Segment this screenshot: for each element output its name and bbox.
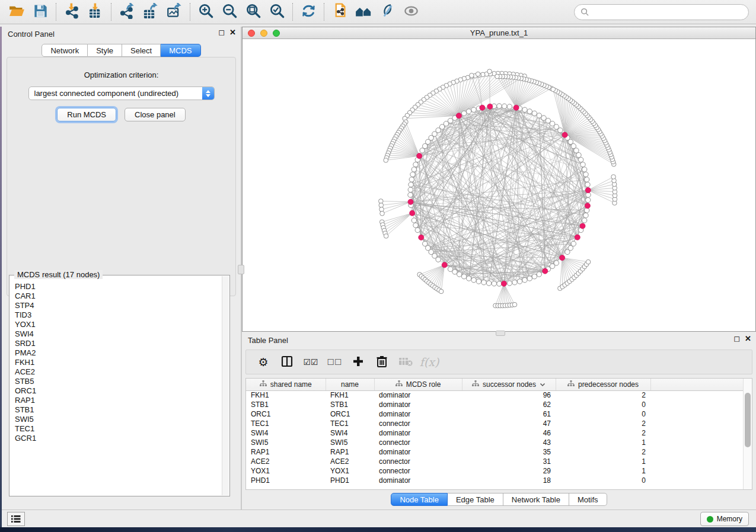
- tab-network-table[interactable]: Network Table: [503, 493, 569, 506]
- table-scrollbar-thumb[interactable]: [745, 393, 751, 447]
- table-scrollbar[interactable]: [743, 379, 752, 489]
- cell-shared-name[interactable]: ORC1: [246, 409, 326, 419]
- tab-edge-table[interactable]: Edge Table: [448, 493, 503, 506]
- cell-shared-name[interactable]: PHD1: [246, 476, 326, 485]
- cell-predecessor-nodes[interactable]: 2: [556, 428, 650, 438]
- cell-name[interactable]: FKH1: [326, 390, 374, 400]
- cell-shared-name[interactable]: ACE2: [246, 457, 326, 466]
- cell-shared-name[interactable]: RAP1: [246, 447, 326, 457]
- export-table-button[interactable]: [139, 2, 162, 22]
- mcds-list-scrollbar[interactable]: [222, 276, 229, 495]
- mcds-result-item[interactable]: STP4: [15, 301, 222, 310]
- cell-name[interactable]: STB1: [326, 400, 374, 409]
- mcds-result-item[interactable]: FKH1: [15, 358, 222, 367]
- export-network-button[interactable]: [115, 2, 139, 22]
- cell-successor-nodes[interactable]: 35: [462, 447, 556, 457]
- cell-mcds-role[interactable]: dominator: [374, 400, 462, 409]
- cell-shared-name[interactable]: SWI4: [246, 428, 326, 438]
- zoom-out-button[interactable]: [218, 2, 241, 22]
- cell-predecessor-nodes[interactable]: 2: [556, 390, 650, 400]
- cell-name[interactable]: ACE2: [326, 457, 374, 466]
- cell-mcds-role[interactable]: connector: [374, 419, 462, 428]
- table-row[interactable]: SWI5SWI5connector431: [246, 438, 743, 447]
- mcds-result-item[interactable]: RAP1: [15, 396, 222, 405]
- mcds-result-item[interactable]: STB1: [15, 405, 222, 415]
- mcds-result-item[interactable]: TEC1: [15, 424, 222, 434]
- cell-successor-nodes[interactable]: 46: [462, 428, 556, 438]
- cell-shared-name[interactable]: SWI5: [246, 438, 326, 447]
- save-session-button[interactable]: [28, 2, 52, 22]
- vertical-splitter-handle[interactable]: [238, 265, 244, 274]
- column-header-shared-name[interactable]: shared name: [246, 379, 326, 390]
- cell-mcds-role[interactable]: dominator: [374, 409, 462, 419]
- mcds-result-item[interactable]: TID3: [15, 310, 222, 320]
- export-image-button[interactable]: [162, 2, 186, 22]
- zoom-selected-button[interactable]: [265, 2, 289, 22]
- mcds-result-item[interactable]: SRD1: [15, 339, 222, 348]
- tab-select[interactable]: Select: [122, 44, 161, 57]
- table-row[interactable]: YOX1YOX1connector291: [246, 466, 743, 476]
- cell-name[interactable]: ORC1: [326, 409, 374, 419]
- float-table-panel-icon[interactable]: ◻: [733, 335, 740, 342]
- cell-predecessor-nodes[interactable]: 0: [556, 409, 650, 419]
- tab-mcds[interactable]: MCDS: [161, 44, 200, 57]
- run-mcds-button[interactable]: Run MCDS: [57, 108, 116, 121]
- cell-name[interactable]: SWI4: [326, 428, 374, 438]
- cell-mcds-role[interactable]: connector: [374, 438, 462, 447]
- delete-columns-button[interactable]: [373, 353, 391, 371]
- cell-shared-name[interactable]: STB1: [246, 400, 326, 409]
- import-table-button[interactable]: [84, 2, 107, 22]
- cell-mcds-role[interactable]: dominator: [374, 476, 462, 485]
- toggle-graphics-details-button[interactable]: [375, 2, 399, 22]
- cell-successor-nodes[interactable]: 18: [462, 476, 556, 485]
- unselect-all-checkboxes-button[interactable]: ☐☐: [326, 353, 343, 371]
- cell-shared-name[interactable]: TEC1: [246, 419, 326, 428]
- cell-predecessor-nodes[interactable]: 1: [556, 466, 650, 476]
- network-canvas[interactable]: [243, 39, 755, 331]
- show-columns-button[interactable]: [278, 353, 296, 371]
- column-header-name[interactable]: name: [326, 379, 374, 390]
- cell-successor-nodes[interactable]: 61: [462, 409, 556, 419]
- memory-button[interactable]: Memory: [700, 512, 749, 526]
- search-box[interactable]: [574, 4, 749, 20]
- mcds-result-item[interactable]: YOX1: [15, 320, 222, 329]
- cell-mcds-role[interactable]: dominator: [374, 390, 462, 400]
- zoom-fit-button[interactable]: [241, 2, 265, 22]
- network-window-titlebar[interactable]: YPA_prune.txt_1: [243, 27, 755, 39]
- mcds-result-item[interactable]: ACE2: [15, 367, 222, 377]
- mcds-result-item[interactable]: GCR1: [15, 434, 222, 443]
- column-header-mcds-role[interactable]: MCDS role: [374, 379, 462, 390]
- network-graph[interactable]: [243, 39, 755, 331]
- cell-mcds-role[interactable]: dominator: [374, 428, 462, 438]
- table-row[interactable]: FKH1FKH1dominator962: [246, 390, 743, 400]
- cell-mcds-role[interactable]: dominator: [374, 447, 462, 457]
- close-panel-button[interactable]: Close panel: [125, 108, 186, 121]
- refresh-layout-button[interactable]: [296, 2, 320, 22]
- minimize-window-icon[interactable]: [260, 30, 267, 37]
- maximize-window-icon[interactable]: [273, 30, 280, 37]
- mcds-result-item[interactable]: CAR1: [15, 291, 222, 301]
- table-row[interactable]: ORC1ORC1dominator610: [246, 409, 743, 419]
- optimization-criterion-select[interactable]: largest connected component (undirected): [28, 86, 215, 100]
- table-row[interactable]: STB1STB1dominator620: [246, 400, 743, 409]
- tab-network[interactable]: Network: [42, 44, 88, 57]
- cell-predecessor-nodes[interactable]: 1: [556, 457, 650, 466]
- close-window-icon[interactable]: [248, 30, 255, 37]
- tab-motifs[interactable]: Motifs: [569, 493, 607, 506]
- table-row[interactable]: RAP1RAP1dominator352: [246, 447, 743, 457]
- mcds-result-item[interactable]: ORC1: [15, 386, 222, 396]
- cell-shared-name[interactable]: FKH1: [246, 390, 326, 400]
- mcds-result-item[interactable]: STB5: [15, 377, 222, 386]
- float-panel-icon[interactable]: ◻: [218, 28, 225, 36]
- close-panel-icon[interactable]: ✕: [229, 28, 236, 36]
- network-from-file-button[interactable]: [328, 2, 352, 22]
- select-all-checkboxes-button[interactable]: ☑☑: [302, 353, 320, 371]
- task-history-button[interactable]: [7, 512, 25, 526]
- cell-successor-nodes[interactable]: 47: [462, 419, 556, 428]
- table-row[interactable]: TEC1TEC1connector472: [246, 419, 743, 428]
- cell-successor-nodes[interactable]: 62: [462, 400, 556, 409]
- cell-successor-nodes[interactable]: 29: [462, 466, 556, 476]
- tab-style[interactable]: Style: [88, 44, 122, 57]
- tab-node-table[interactable]: Node Table: [391, 493, 448, 506]
- cell-predecessor-nodes[interactable]: 1: [556, 438, 650, 447]
